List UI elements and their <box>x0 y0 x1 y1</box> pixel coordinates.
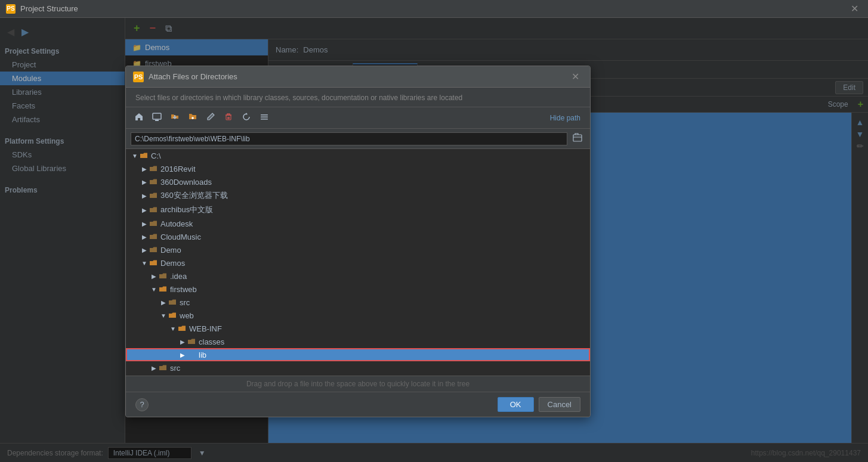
window-title: Project Structure <box>20 4 847 13</box>
folder-icon <box>149 164 158 173</box>
refresh-button[interactable] <box>238 110 255 126</box>
folder-icon <box>158 363 168 373</box>
folder-icon <box>187 350 196 359</box>
expand-arrow[interactable]: ▼ <box>140 259 149 267</box>
edit-name-button[interactable] <box>202 110 219 126</box>
home-button[interactable] <box>131 110 147 126</box>
tree-item-cloudmusic[interactable]: ▶ CloudMusic <box>126 230 590 243</box>
dialog-toolbar-left <box>131 110 273 126</box>
folder-icon <box>158 284 168 294</box>
dialog-footer: ? OK Cancel <box>126 392 590 417</box>
dialog-toolbar: Hide path <box>126 107 590 129</box>
tree-item-src[interactable]: ▶ src <box>126 296 590 309</box>
expand-arrow[interactable]: ▶ <box>140 219 149 228</box>
file-tree[interactable]: ▼ C:\ ▶ 2016Revit ▶ 360Downloads ▶ <box>126 149 590 376</box>
folder-icon <box>149 205 158 215</box>
dialog-icon: PS <box>133 72 144 82</box>
folder-icon <box>149 219 158 228</box>
expand-arrow[interactable]: ▶ <box>140 165 149 173</box>
attach-files-dialog: PS Attach Files or Directories ✕ Select … <box>125 66 591 417</box>
tree-item-lib[interactable]: ▶ lib <box>126 348 590 361</box>
tree-item-demos[interactable]: ▼ Demos <box>126 256 590 269</box>
folder-icon <box>168 311 177 320</box>
path-browse-button[interactable] <box>570 131 585 146</box>
folder-icon <box>149 232 158 241</box>
expand-arrow[interactable]: ▶ <box>140 178 149 186</box>
tree-item-2016revit[interactable]: ▶ 2016Revit <box>126 162 590 175</box>
delete-button[interactable] <box>220 110 237 126</box>
expand-arrow[interactable]: ▶ <box>140 246 149 254</box>
tree-item-web[interactable]: ▼ web <box>126 309 590 322</box>
svg-rect-0 <box>153 113 161 119</box>
path-row <box>126 129 590 149</box>
expand-arrow[interactable]: ▼ <box>159 311 168 320</box>
drag-hint: Drag and drop a file into the space abov… <box>126 376 590 392</box>
tree-item-src2[interactable]: ▶ src <box>126 361 590 374</box>
expand-arrow[interactable]: ▶ <box>140 232 149 241</box>
expand-arrow[interactable]: ▼ <box>150 285 158 293</box>
folder-icon <box>149 245 158 255</box>
tree-item-autodesk[interactable]: ▶ Autodesk <box>126 217 590 230</box>
help-button[interactable]: ? <box>135 398 149 411</box>
tree-item-idea[interactable]: ▶ .idea <box>126 269 590 283</box>
parent-folder-button[interactable] <box>166 110 183 126</box>
svg-rect-4 <box>261 117 268 118</box>
expand-arrow[interactable]: ▶ <box>140 191 149 200</box>
svg-rect-3 <box>261 114 268 116</box>
action-buttons: OK Cancel <box>498 397 580 412</box>
tree-item-webinf[interactable]: ▼ WEB-INF <box>126 322 590 335</box>
tree-item-classes[interactable]: ▶ classes <box>126 335 590 348</box>
dialog-close-button[interactable]: ✕ <box>568 70 583 83</box>
window-close-button[interactable]: ✕ <box>847 2 862 15</box>
folder-icon <box>149 191 158 200</box>
folder-icon <box>149 177 158 187</box>
folder-icon <box>139 151 149 160</box>
new-folder-button[interactable] <box>184 110 201 126</box>
expand-arrow[interactable]: ▼ <box>131 151 139 160</box>
tree-item-archibus[interactable]: ▶ archibus中文版 <box>126 203 590 217</box>
folder-icon <box>177 324 187 333</box>
svg-rect-1 <box>155 120 159 121</box>
expand-arrow[interactable]: ▶ <box>140 206 149 214</box>
tree-item-360downloads[interactable]: ▶ 360Downloads <box>126 175 590 188</box>
app-icon: PS <box>6 4 16 14</box>
expand-arrow[interactable]: ▶ <box>159 298 168 306</box>
svg-rect-2 <box>226 115 231 120</box>
expand-arrow[interactable]: ▼ <box>169 324 177 333</box>
cancel-button[interactable]: Cancel <box>539 397 580 412</box>
dialog-titlebar: PS Attach Files or Directories ✕ <box>126 66 590 88</box>
svg-rect-6 <box>573 135 582 141</box>
folder-icon <box>168 297 177 307</box>
expand-arrow[interactable]: ▶ <box>150 364 158 372</box>
tree-item-demo[interactable]: ▶ Demo <box>126 243 590 256</box>
hide-path-button[interactable]: Hide path <box>545 111 585 125</box>
tree-item-firstweb[interactable]: ▼ firstweb <box>126 283 590 296</box>
folder-icon <box>158 271 168 281</box>
title-bar: PS Project Structure ✕ <box>0 0 868 18</box>
svg-rect-5 <box>261 119 268 120</box>
dialog-title: Attach Files or Directories <box>149 72 568 81</box>
tree-item-360safe[interactable]: ▶ 360安全浏览器下载 <box>126 188 590 203</box>
desktop-button[interactable] <box>149 110 165 126</box>
view-button[interactable] <box>256 110 273 126</box>
ok-button[interactable]: OK <box>498 397 534 412</box>
expand-arrow[interactable]: ▶ <box>150 272 158 280</box>
dialog-description: Select files or directories in which lib… <box>126 88 590 107</box>
folder-icon <box>187 337 196 346</box>
tree-item-c-root[interactable]: ▼ C:\ <box>126 149 590 162</box>
expand-arrow[interactable]: ▶ <box>178 351 187 359</box>
path-input[interactable] <box>131 132 567 145</box>
expand-arrow[interactable]: ▶ <box>178 337 187 346</box>
folder-icon <box>149 258 158 268</box>
